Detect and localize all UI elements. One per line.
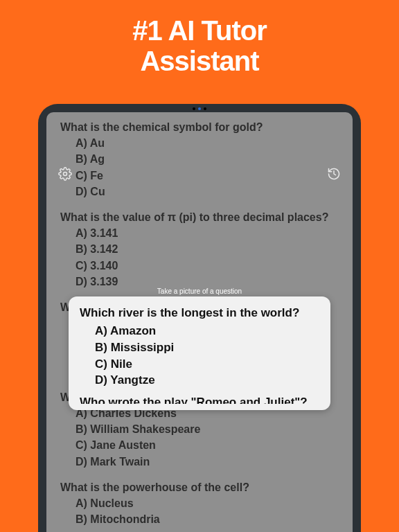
gear-icon (58, 167, 72, 181)
tablet-camera (186, 107, 213, 110)
bg-question-option: D) Mark Twain (60, 454, 339, 470)
bg-question-option: A) Nucleus (60, 495, 339, 511)
bg-question-option: A) 3.141 (60, 225, 339, 241)
settings-button[interactable] (57, 166, 73, 181)
headline-line-1: #1 AI Tutor (132, 15, 266, 46)
capture-hint: Take a picture of a question (46, 287, 353, 295)
capture-next-peek: Who wrote the play "Romeo and Juliet"? (80, 396, 319, 404)
bg-question-prompt: What is the value of π (pi) to three dec… (60, 209, 339, 225)
bg-question-option: B) Mitochondria (60, 511, 339, 527)
capture-question-prompt: Which river is the longest in the world? (80, 306, 319, 320)
bg-question-option: B) 3.142 (60, 241, 339, 257)
bg-question-option: C) 3.140 (60, 258, 339, 274)
bg-question: What is the chemical symbol for gold? A)… (60, 119, 339, 200)
capture-card[interactable]: Which river is the longest in the world?… (69, 296, 330, 410)
bg-question-option: D) Cu (60, 184, 339, 200)
bg-question-option: B) Ag (60, 151, 339, 167)
bg-question-option: C) Jane Austen (60, 437, 339, 453)
bg-question-option: A) Au (60, 135, 339, 151)
bg-question: What is the powerhouse of the cell? A) N… (60, 479, 339, 528)
bg-question-option: C) Fe (60, 168, 339, 184)
svg-point-0 (64, 172, 67, 176)
bg-question-prompt: What is the chemical symbol for gold? (60, 119, 339, 135)
tablet-frame: What is the chemical symbol for gold? A)… (38, 104, 361, 532)
capture-option: A) Amazon (80, 323, 319, 339)
marketing-headline: #1 AI Tutor Assistant (0, 0, 399, 76)
bg-question-option: B) William Shakespeare (60, 421, 339, 437)
headline-line-2: Assistant (140, 46, 258, 76)
bg-question-prompt: What is the powerhouse of the cell? (60, 479, 339, 495)
history-icon (327, 167, 341, 181)
capture-option: D) Yangtze (80, 372, 319, 389)
capture-option: B) Mississippi (80, 339, 319, 356)
history-button[interactable] (326, 166, 342, 181)
tablet-screen: What is the chemical symbol for gold? A)… (46, 112, 353, 532)
bg-question: What is the value of π (pi) to three dec… (60, 209, 339, 290)
capture-option: C) Nile (80, 356, 319, 373)
